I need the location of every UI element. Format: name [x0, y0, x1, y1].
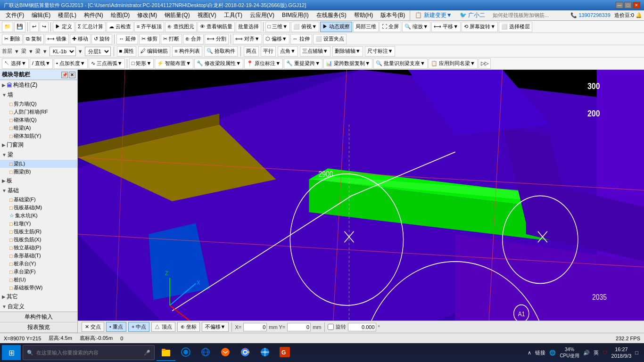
- nav-raft-neg-rebar[interactable]: □ 筏板负筋(X): [0, 236, 77, 244]
- nav-cap-beam[interactable]: □ 承台梁(F): [0, 268, 77, 276]
- zoom-button[interactable]: 🔍 缩放▼: [402, 22, 430, 32]
- taskbar-clock[interactable]: 16:27 2018/9/3: [611, 346, 632, 360]
- nav-column[interactable]: ▶ 🏛 构造柱(Z): [0, 80, 77, 90]
- nav-masonry-rebar[interactable]: □ 砌体加筋(Y): [0, 132, 77, 140]
- member-id-select[interactable]: KL-1b: [50, 47, 76, 56]
- sidebar-pin-button[interactable]: 📌: [61, 72, 68, 78]
- menu-guangxiao[interactable]: 🐦 广小二: [456, 10, 489, 20]
- line-tool-button[interactable]: / 直线▼: [30, 58, 53, 69]
- nav-civil-defense-wall[interactable]: □ 人防门框墙(RF: [0, 108, 77, 116]
- calculate-button[interactable]: Σ 汇总计算: [75, 22, 106, 32]
- redo-button[interactable]: ↪: [40, 22, 49, 32]
- select-floor-button[interactable]: ⬜ 选择楼层: [499, 22, 532, 32]
- menu-edit[interactable]: 编辑(E): [28, 10, 54, 20]
- canvas-area[interactable]: 2900 300 200 2035 A1 X Y Z ✕ 交点 • 重点 + 中…: [78, 70, 644, 333]
- more-button[interactable]: ▷▷: [479, 58, 491, 69]
- original-annotation-button[interactable]: 📍 原位标注▼: [244, 58, 283, 69]
- copy-button[interactable]: ⧉ 复制: [24, 34, 44, 44]
- taskbar-app-file-explorer[interactable]: [157, 344, 175, 361]
- save-button[interactable]: 💾: [14, 22, 25, 32]
- snap-midpoint-button[interactable]: • 重点: [106, 322, 126, 332]
- snap-center-button[interactable]: + 中点: [128, 322, 149, 332]
- nav-collection-pit[interactable]: ☆ 集水坑(K): [0, 212, 77, 220]
- mirror-button[interactable]: ⟷ 镜像: [45, 34, 69, 44]
- nav-isolated-foundation[interactable]: □ 独立基础(P): [0, 244, 77, 252]
- 3d-button[interactable]: □ 三维▼: [265, 22, 290, 32]
- delete-button[interactable]: ✂ 删除: [2, 34, 23, 44]
- taskbar-volume-icon[interactable]: 🔊: [583, 350, 590, 356]
- trim-button[interactable]: ✂ 修剪: [139, 34, 160, 44]
- modify-beam-prop-button[interactable]: 🔧 修改梁段属性▼: [194, 58, 243, 69]
- top-view-button[interactable]: ⬜ 俯视▼: [291, 22, 319, 32]
- offset-button[interactable]: ⬡ 偏移▼: [263, 34, 289, 44]
- dynamic-view-button[interactable]: ▶ 动态观察: [320, 22, 352, 32]
- minimize-button[interactable]: —: [616, 2, 623, 8]
- nav-door-window[interactable]: ▶ 门窗洞: [0, 140, 77, 150]
- point-angle-button[interactable]: 点角▼: [278, 46, 298, 57]
- snap-vertex-button[interactable]: △ 顶点: [151, 322, 175, 332]
- undo-button[interactable]: ↩: [30, 22, 39, 32]
- nav-foundation-beam[interactable]: □ 基础梁(F): [0, 196, 77, 204]
- menu-version[interactable]: 版本号(B): [377, 10, 409, 20]
- nav-pile-cap[interactable]: □ 桩承台(Y): [0, 260, 77, 268]
- three-point-axis-button[interactable]: 三点辅轴▼: [300, 46, 330, 57]
- align-button2[interactable]: ⟺ 对齐▼: [233, 34, 262, 44]
- close-button[interactable]: ✕: [633, 2, 640, 8]
- menu-newchange[interactable]: 📋 新建变更▼: [411, 10, 455, 20]
- cloud-check-button[interactable]: ☁ 云检查: [107, 22, 133, 32]
- menu-member[interactable]: 构件(N): [80, 10, 107, 20]
- apply-same-beam-button[interactable]: 📋 应用到同名梁▼: [429, 58, 478, 69]
- nav-shear-wall[interactable]: □ 剪力墙(Q): [0, 100, 77, 108]
- taskbar-up-arrow[interactable]: ∧: [528, 350, 531, 356]
- taskbar-app-globe[interactable]: [256, 344, 274, 361]
- taskbar-app-mail[interactable]: [216, 344, 235, 361]
- local-3d-button[interactable]: 局部三维: [353, 22, 379, 32]
- snap-coord-button[interactable]: ⊕ 坐标: [177, 322, 200, 332]
- taskbar-app-glodon[interactable]: G: [275, 344, 294, 361]
- rotate-checkbox[interactable]: [328, 324, 334, 330]
- taskbar-app-ie[interactable]: [196, 344, 215, 361]
- parallel-button[interactable]: 平行: [261, 46, 276, 57]
- align-button[interactable]: ≡ 齐平板顶: [134, 22, 164, 32]
- menu-online[interactable]: 在线服务(S): [313, 10, 350, 20]
- copy-span-data-button[interactable]: 📊 梁跨数据复制▼: [323, 58, 372, 69]
- menu-help[interactable]: 帮助(H): [350, 10, 377, 20]
- nav-foundation[interactable]: ▼ 基础: [0, 186, 77, 196]
- taskbar-notification-icon[interactable]: □: [635, 350, 638, 355]
- nav-raft-foundation[interactable]: □ 筏板基础(M): [0, 204, 77, 212]
- arc-tool-button[interactable]: ∿ 三点画弧▼: [89, 58, 125, 69]
- taskbar-keyboard-lang[interactable]: 英: [594, 349, 599, 356]
- rotate-button[interactable]: ↺ 旋转: [91, 34, 112, 44]
- snap-nooffset-button[interactable]: 不偏移▼: [202, 322, 229, 332]
- nav-foundation-belt[interactable]: □ 基础板带(W): [0, 284, 77, 292]
- fullscreen-button[interactable]: ⛶ 全屏: [380, 22, 401, 32]
- nav-wall[interactable]: ▼ 墙: [0, 90, 77, 100]
- nav-strip-foundation[interactable]: □ 条形基础(T): [0, 252, 77, 260]
- nav-beam-l[interactable]: □ 梁(L): [0, 160, 77, 168]
- menu-floor[interactable]: 楼层(L): [54, 10, 80, 20]
- recount-span-button[interactable]: 🔧 重提梁跨▼: [284, 58, 322, 69]
- member-list-button[interactable]: ≡ 构件列表: [172, 46, 202, 57]
- taskbar-network-icon[interactable]: 🌐: [549, 350, 556, 356]
- grip-button[interactable]: ⬜ 设置夹点: [313, 34, 347, 44]
- nav-hidden-beam[interactable]: □ 暗梁(A): [0, 124, 77, 132]
- point-length-button[interactable]: • 点加长度▼: [54, 58, 88, 69]
- nav-masonry-wall[interactable]: □ 砌体墙(Q): [0, 116, 77, 124]
- single-member-input-button[interactable]: 单构件输入: [0, 312, 77, 322]
- nav-pile[interactable]: □ 桩(U): [0, 276, 77, 284]
- batch-select-button[interactable]: 批量选择: [236, 22, 261, 32]
- taskbar-search[interactable]: 🔍 在这里输入你要搜索的内容 🎤: [23, 345, 155, 360]
- merge-button[interactable]: ⊕ 合并: [183, 34, 204, 44]
- sidebar-close-button[interactable]: ✕: [69, 72, 75, 78]
- select-tool-button[interactable]: ↖ 选择▼: [2, 58, 29, 69]
- menu-rebar[interactable]: 钢筋量(Q): [161, 10, 193, 20]
- split-button[interactable]: ⟷ 分割: [205, 34, 229, 44]
- rect-tool-button[interactable]: □ 矩形▼: [129, 58, 154, 69]
- open-button[interactable]: 📁: [2, 22, 13, 32]
- pan-button[interactable]: ⟷ 平移▼: [431, 22, 461, 32]
- delete-axis-button[interactable]: 删除辅轴▼: [332, 46, 363, 57]
- menu-draw[interactable]: 绘图(D): [107, 10, 134, 20]
- nav-column-pier[interactable]: □ 柱墩(Y): [0, 220, 77, 228]
- identify-support-button[interactable]: 🔍 批量识别梁支座▼: [373, 58, 428, 69]
- nav-slab[interactable]: ▶ 板: [0, 176, 77, 186]
